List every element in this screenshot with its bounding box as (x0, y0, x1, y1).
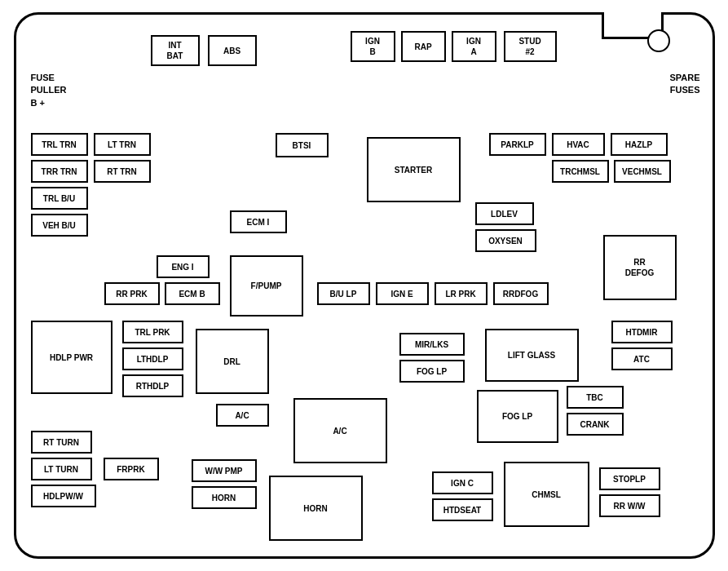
fuse-abs: ABS (208, 35, 257, 66)
fuse-ign-e: IGN E (376, 282, 429, 305)
fuse-rthdlp: RTHDLP (122, 374, 183, 397)
fuse-horn-lg: HORN (269, 476, 363, 541)
stud-circle (647, 29, 670, 52)
fuse-ign-b: IGNB (351, 31, 395, 62)
fuse-puller-label: FUSEPULLERB + (31, 72, 67, 109)
fuse-veh-bu: VEH B/U (31, 214, 88, 237)
fuse-ac-lg: A/C (293, 398, 387, 463)
fuse-trchmsl: TRCHMSL (552, 160, 609, 183)
fuse-f-pump: F/PUMP (230, 255, 303, 316)
fuse-lt-trn: LT TRN (94, 133, 151, 156)
fuse-atc: ATC (611, 347, 673, 370)
fuse-rap: RAP (401, 31, 446, 62)
fuse-lift-glass: LIFT GLASS (485, 329, 579, 382)
fuse-ldlev: LDLEV (475, 202, 534, 225)
spare-fuses-label: SPAREFUSES (669, 72, 699, 97)
fuse-fog-lp-sm: FOG LP (399, 360, 465, 383)
fuse-drl: DRL (196, 329, 269, 394)
fuse-stoplp: STOPLP (599, 467, 660, 490)
fuse-htdmir: HTDMIR (611, 321, 673, 343)
fuse-hdlpww: HDLPW/W (31, 485, 96, 507)
fuse-rr-ww: RR W/W (599, 494, 660, 517)
fuse-chmsl: CHMSL (504, 462, 589, 527)
fuse-mir-lks: MIR/LKS (399, 333, 465, 356)
fuse-trl-bu: TRL B/U (31, 187, 88, 210)
fuse-btsi: BTSI (276, 133, 329, 157)
fuse-ww-pmp: W/W PMP (192, 459, 257, 482)
fuse-hvac: HVAC (552, 133, 605, 156)
fuse-hazlp: HAZLP (611, 133, 668, 156)
fuse-vechmsl: VECHMSL (614, 160, 671, 183)
fuse-fog-lp-lg: FOG LP (477, 390, 558, 443)
fuse-oxysen: OXYSEN (475, 229, 536, 252)
fuse-eng-i: ENG I (157, 255, 210, 278)
fuse-ecm-i: ECM I (230, 210, 287, 233)
fuse-int-bat: INTBAT (151, 35, 200, 66)
fuse-stud2: STUD#2 (504, 31, 557, 62)
fuse-rrdfog: RRDFOG (493, 282, 549, 305)
fuse-ac-sm: A/C (216, 404, 269, 427)
fuse-htdseat: HTDSEAT (432, 498, 493, 521)
fuse-ecm-b: ECM B (165, 282, 220, 305)
fuse-trr-trn: TRR TRN (31, 160, 88, 183)
fuse-frprk: FRPRK (104, 458, 159, 480)
fuse-trl-prk: TRL PRK (122, 321, 183, 343)
fuse-ign-a: IGNA (452, 31, 496, 62)
fuse-rt-turn: RT TURN (31, 431, 92, 454)
fuse-bu-lp: B/U LP (317, 282, 370, 305)
fuse-starter: STARTER (367, 137, 461, 202)
fuse-horn-sm: HORN (192, 486, 257, 509)
fuse-ign-c: IGN C (432, 471, 493, 494)
fuse-crank: CRANK (567, 413, 624, 436)
fuse-tbc: TBC (567, 386, 624, 409)
fuse-rt-trn: RT TRN (94, 160, 151, 183)
fuse-parklp: PARKLP (489, 133, 546, 156)
fuse-lt-turn: LT TURN (31, 458, 92, 480)
fuse-rr-prk: RR PRK (104, 282, 160, 305)
fuse-box-diagram: FUSEPULLERB + SPAREFUSES INTBATABSIGNBRA… (14, 12, 715, 559)
fuse-trl-trn: TRL TRN (31, 133, 88, 156)
fuse-hdlp-pwr: HDLP PWR (31, 321, 113, 394)
fuse-lthdlp: LTHDLP (122, 347, 183, 370)
fuse-rr-defog: RRDEFOG (603, 235, 677, 300)
fuse-lr-prk: LR PRK (435, 282, 488, 305)
